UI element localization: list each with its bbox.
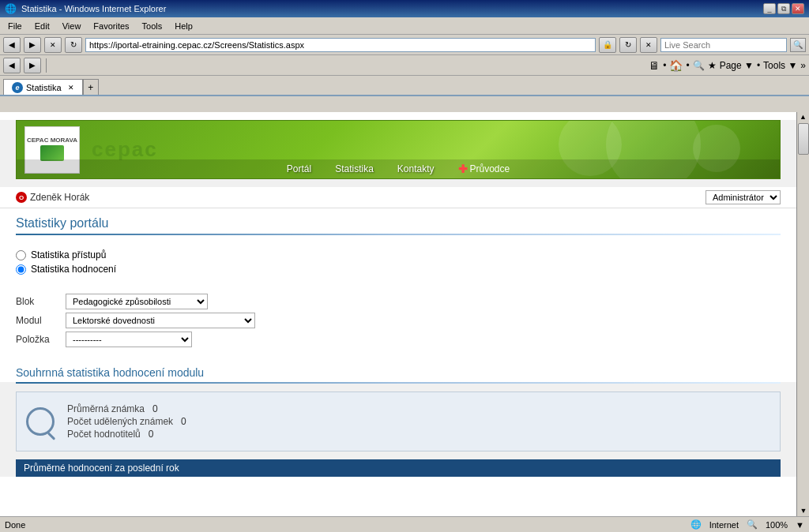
address-input[interactable]: [85, 38, 596, 52]
menu-tools[interactable]: Tools: [137, 20, 167, 32]
toolbar-separator: [46, 58, 47, 73]
window-controls[interactable]: _ ⧉ ✕: [763, 3, 804, 14]
nav-forward-icon[interactable]: ▶: [24, 58, 41, 73]
refresh-button[interactable]: ↻: [65, 37, 82, 53]
stop-button2[interactable]: ✕: [640, 37, 657, 53]
forward-button[interactable]: ▶: [24, 37, 41, 53]
menu-favorites[interactable]: Favorites: [88, 20, 134, 32]
star-icon[interactable]: ★: [708, 60, 717, 71]
menu-view[interactable]: View: [58, 20, 86, 32]
screen-icon: 🖥: [649, 59, 660, 72]
refresh-button2[interactable]: ↻: [619, 37, 637, 53]
title-bar: 🌐 Statistika - Windows Internet Explorer…: [0, 0, 809, 17]
tab-statistika[interactable]: e Statistika ✕: [3, 79, 83, 95]
nav-back-icon[interactable]: ◀: [3, 58, 21, 73]
tools-label[interactable]: Tools ▼: [763, 60, 797, 71]
stop-button[interactable]: ✕: [44, 37, 62, 53]
close-button[interactable]: ✕: [792, 3, 804, 14]
toolbar-right: 🖥 • 🏠 • 🔍 ★ Page ▼ • Tools ▼ »: [649, 59, 806, 72]
tab-favicon: e: [12, 82, 23, 93]
tab-add-button[interactable]: +: [83, 79, 99, 95]
menu-file[interactable]: File: [3, 20, 27, 32]
page-label[interactable]: Page ▼: [720, 60, 754, 71]
chevron-more[interactable]: »: [800, 60, 806, 71]
ie-icon: 🌐: [5, 3, 17, 14]
minimize-button[interactable]: _: [763, 3, 776, 14]
dot1: •: [663, 60, 666, 71]
dot3: •: [757, 60, 760, 71]
lock-icon: 🔒: [599, 37, 616, 53]
home-icon[interactable]: 🏠: [669, 59, 683, 72]
window-title: Statistika - Windows Internet Explorer: [21, 4, 166, 13]
tab-bar: e Statistika ✕ +: [0, 76, 809, 96]
address-bar: ◀ ▶ ✕ ↻ 🔒 ↻ ✕ 🔍: [0, 35, 809, 55]
back-button[interactable]: ◀: [3, 37, 21, 53]
menu-bar: File Edit View Favorites Tools Help: [0, 17, 809, 35]
tab-label: Statistika: [26, 83, 62, 92]
menu-edit[interactable]: Edit: [30, 20, 55, 32]
tab-close-icon[interactable]: ✕: [68, 84, 74, 92]
search-button[interactable]: 🔍: [790, 38, 806, 52]
search-input[interactable]: [660, 38, 787, 52]
restore-button[interactable]: ⧉: [777, 3, 790, 14]
menu-help[interactable]: Help: [170, 20, 198, 32]
title-bar-left: 🌐 Statistika - Windows Internet Explorer: [5, 3, 166, 14]
search-icon-toolbar[interactable]: 🔍: [693, 60, 705, 71]
toolbar-row: ◀ ▶ 🖥 • 🏠 • 🔍 ★ Page ▼ • Tools ▼ »: [0, 55, 809, 76]
dot2: •: [686, 60, 689, 71]
